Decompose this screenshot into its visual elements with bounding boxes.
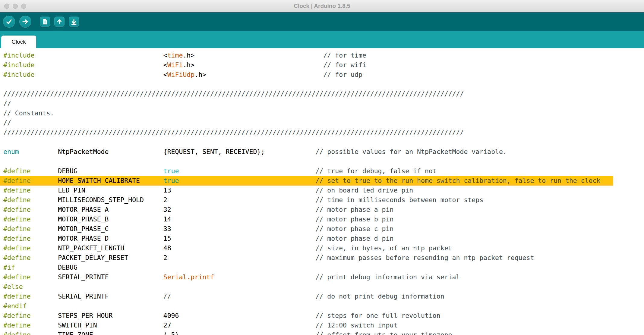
code-segment: // size, in bytes, of an ntp packet [316,243,452,253]
code-segment: #include [3,60,35,70]
code-segment: Serial.printf [163,272,214,282]
code-segment: // motor phase d pin [316,234,394,243]
code-line: ////////////////////////////////////////… [0,89,644,99]
code-line: #include<WiFiUdp.h>// for udp [0,70,644,80]
code-segment: // for wifi [323,60,366,70]
close-button[interactable] [4,4,9,9]
code-segment: #define [3,224,31,234]
window-controls [4,0,26,12]
code-line: // [0,99,644,108]
code-segment: NTP_PACKET_LENGTH [58,243,124,253]
code-line-highlighted: #defineHOME_SWITCH_CALIBRATEtrue// set t… [0,176,613,186]
code-segment: < [163,60,167,70]
code-line: #defineMILLISECONDS_STEP_HOLD2// time in… [0,195,644,205]
code-segment: // steps for one full revolution [316,311,440,321]
upload-button[interactable] [19,16,31,28]
code-segment: #include [3,51,35,60]
arrow-right-icon [22,18,29,25]
tab-label: Clock [11,39,26,45]
code-line: #defineNTP_PACKET_LENGTH48// size, in by… [0,243,644,253]
code-segment: #define [3,272,31,282]
code-line [0,80,644,89]
code-segment: MOTOR_PHASE_D [58,234,109,243]
code-segment: // 12:00 switch input [316,321,398,330]
code-segment: 2 [163,253,167,263]
code-line: #definePACKET_DELAY_RESET2// maximum pas… [0,253,644,263]
code-segment: DEBUG [58,166,77,176]
code-segment: #define [3,234,31,243]
code-segment: // do not print debug information [316,292,444,301]
code-segment: MOTOR_PHASE_B [58,214,109,224]
code-segment: SWITCH_PIN [58,321,97,330]
code-line: #defineSERIAL_PRINTFSerial.printf// prin… [0,272,644,282]
code-segment: SERIAL_PRINTF [58,292,109,301]
code-segment: {REQUEST, SENT, RECEIVED}; [163,147,265,157]
code-segment: #define [3,330,31,335]
code-line: #defineSTEPS_PER_HOUR4096// steps for on… [0,311,644,321]
code-segment: #define [3,176,31,186]
tab-clock[interactable]: Clock [1,36,36,48]
code-segment: HOME_SWITCH_CALIBRATE [58,176,140,186]
code-line: ////////////////////////////////////////… [0,128,644,137]
code-line: #defineTIME_ZONE(-5)// offset from utc t… [0,330,644,335]
code-line: // Constants. [0,108,644,118]
code-segment: MOTOR_PHASE_C [58,224,109,234]
code-segment: #include [3,70,35,80]
code-line: #include<time.h>// for time [0,51,644,60]
code-segment: .h> [183,51,194,60]
code-segment: time [167,51,183,60]
code-line: #else [0,282,644,292]
zoom-button[interactable] [21,4,26,9]
arduino-window: Clock | Arduino 1.8.5 [0,0,644,335]
code-segment: // maximum passes before resending an nt… [316,253,534,263]
verify-button[interactable] [3,16,15,28]
code-segment: ////////////////////////////////////////… [3,89,464,99]
code-segment: // possible values for an NtpPacketMode … [316,147,507,157]
code-segment: true [163,166,179,176]
code-segment: 13 [163,186,171,195]
code-segment: #define [3,321,31,330]
code-segment: 15 [163,234,171,243]
code-segment: true [163,176,179,186]
code-segment: #define [3,205,31,214]
code-segment: #endif [3,301,27,311]
titlebar: Clock | Arduino 1.8.5 [0,0,644,12]
arrow-down-icon [71,18,77,25]
code-line: #defineMOTOR_PHASE_B14// motor phase b p… [0,214,644,224]
save-button[interactable] [69,17,79,27]
code-segment: // offset from utc to your timezone [316,330,452,335]
code-segment: MILLISECONDS_STEP_HOLD [58,195,144,205]
code-segment: < [163,70,167,80]
code-segment: #define [3,292,31,301]
code-segment: // [3,118,11,128]
code-segment: WiFiUdp [167,70,195,80]
code-line: #defineMOTOR_PHASE_C33// motor phase c p… [0,224,644,234]
minimize-button[interactable] [13,4,18,9]
code-segment: 48 [163,243,171,253]
code-segment: .h> [194,70,206,80]
code-segment: 32 [163,205,171,214]
window-title: Clock | Arduino 1.8.5 [0,0,644,12]
code-segment: // set to true to the run home switch ca… [316,176,601,186]
code-segment: < [163,51,167,60]
code-segment: DEBUG [58,263,77,272]
code-segment: // true for debug, false if not [316,166,437,176]
code-segment: // motor phase a pin [316,205,394,214]
code-segment: 14 [163,214,171,224]
code-segment: // on board led drive pin [316,186,413,195]
code-segment: #define [3,253,31,263]
open-button[interactable] [54,17,65,27]
code-segment: ////////////////////////////////////////… [3,128,464,137]
code-segment: PACKET_DELAY_RESET [58,253,128,263]
code-segment: .h> [183,60,194,70]
tab-bar: Clock [0,31,644,48]
code-line: enumNtpPacketMode{REQUEST, SENT, RECEIVE… [0,147,644,157]
code-line: #include<WiFi.h>// for wifi [0,60,644,70]
code-editor[interactable]: #include<time.h>// for time#include<WiFi… [0,48,644,335]
code-segment: #define [3,195,31,205]
new-sketch-button[interactable] [40,17,50,27]
code-line: #ifDEBUG [0,263,644,272]
code-segment: 4096 [163,311,179,321]
code-segment: #if [3,263,15,272]
code-segment: LED_PIN [58,186,85,195]
